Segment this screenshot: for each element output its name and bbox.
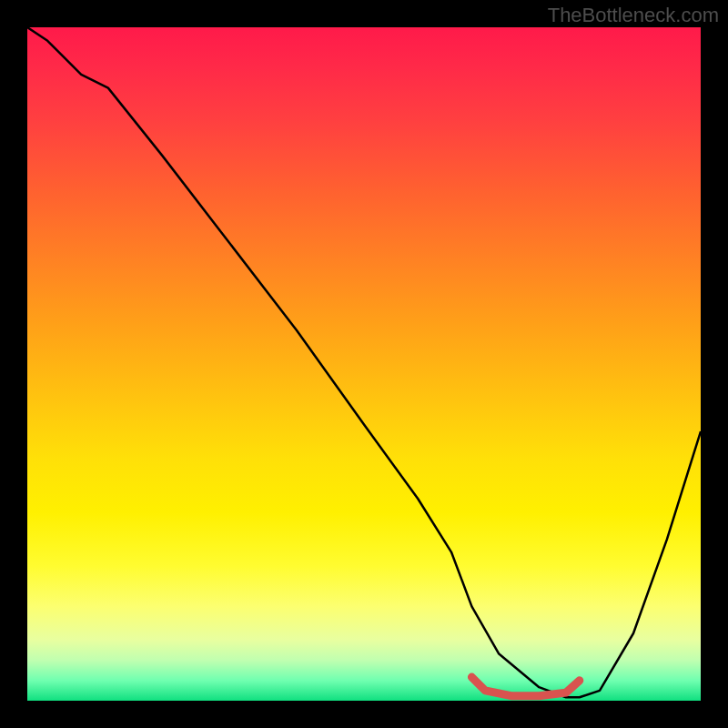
- chart-container: TheBottleneck.com: [0, 0, 728, 728]
- optimal-range-marker: [471, 677, 579, 696]
- watermark-text: TheBottleneck.com: [548, 4, 719, 27]
- curve-layer: [27, 27, 701, 701]
- bottleneck-curve: [27, 27, 701, 697]
- plot-area: [27, 27, 701, 701]
